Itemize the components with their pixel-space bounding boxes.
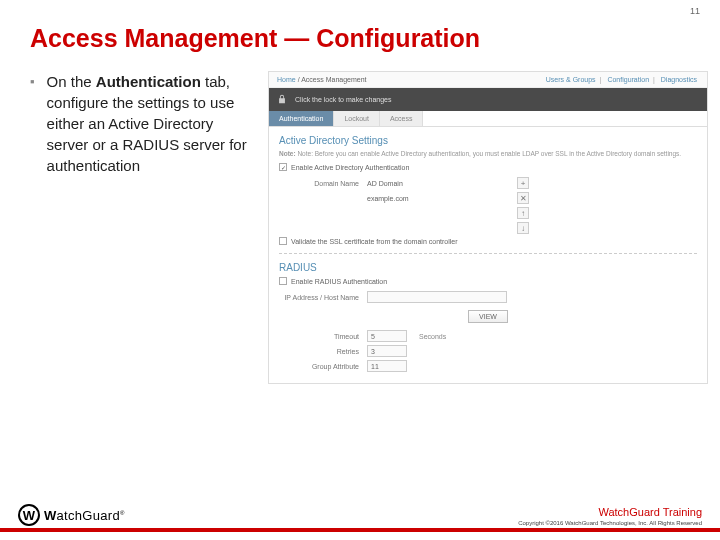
page-number: 11 — [690, 6, 700, 16]
view-row: VIEW — [279, 306, 697, 327]
bullet-text: On the Authentication tab, configure the… — [47, 71, 258, 176]
bullet-pre: On the — [47, 73, 96, 90]
bullet-mark: ▪ — [30, 71, 35, 176]
copyright: Copyright ©2016 WatchGuard Technologies,… — [518, 520, 702, 526]
link-sep: | — [600, 76, 602, 83]
logo-text: WatchGuard® — [44, 508, 125, 523]
view-button[interactable]: VIEW — [468, 310, 508, 323]
logo: W WatchGuard® — [18, 504, 125, 526]
timeout-input[interactable] — [367, 330, 407, 342]
tab-bar: Authentication Lockout Access — [269, 111, 707, 127]
divider — [279, 253, 697, 254]
validate-row[interactable]: Validate the SSL certificate from the do… — [279, 237, 697, 245]
radius-enable-label: Enable RADIUS Authentication — [291, 278, 387, 285]
checkbox-icon[interactable]: ✓ — [279, 163, 287, 171]
crumb-current: Access Management — [301, 76, 366, 83]
lock-bar[interactable]: Click the lock to make changes — [269, 88, 707, 111]
link-sep: | — [653, 76, 655, 83]
footer: W WatchGuard® WatchGuard Training Copyri… — [0, 504, 720, 532]
domain-empty2: ↓ — [279, 222, 697, 234]
link-users-groups[interactable]: Users & Groups — [546, 76, 596, 83]
checkbox-icon[interactable] — [279, 277, 287, 285]
radius-host-row: IP Address / Host Name — [279, 291, 697, 303]
ad-section-title: Active Directory Settings — [279, 135, 697, 146]
tab-access[interactable]: Access — [380, 111, 424, 126]
radius-section-title: RADIUS — [279, 262, 697, 273]
ad-domain-header: AD Domain — [367, 180, 507, 187]
group-row: Group Attribute — [279, 360, 697, 372]
timeout-label: Timeout — [279, 333, 359, 340]
domain-value: example.com — [367, 195, 507, 202]
slide-title: Access Management — Configuration — [0, 0, 720, 61]
screenshot-panel: Home / Access Management Users & Groups|… — [268, 71, 708, 384]
retries-label: Retries — [279, 348, 359, 355]
breadcrumb-bar: Home / Access Management Users & Groups|… — [269, 72, 707, 88]
add-icon[interactable]: + — [517, 177, 529, 189]
domain-empty1: ↑ — [279, 207, 697, 219]
link-configuration[interactable]: Configuration — [607, 76, 649, 83]
bullet-column: ▪ On the Authentication tab, configure t… — [30, 71, 258, 384]
down-icon[interactable]: ↓ — [517, 222, 529, 234]
ad-note: Note: Note: Before you can enable Active… — [279, 150, 697, 157]
training-label: WatchGuard Training — [518, 506, 702, 518]
timeout-row: Timeout Seconds — [279, 330, 697, 342]
bullet-item: ▪ On the Authentication tab, configure t… — [30, 71, 258, 176]
validate-label: Validate the SSL certificate from the do… — [291, 238, 458, 245]
tab-authentication[interactable]: Authentication — [269, 111, 334, 126]
retries-row: Retries — [279, 345, 697, 357]
top-links: Users & Groups| Configuration| Diagnosti… — [544, 76, 699, 83]
crumb-sep: / — [298, 76, 300, 83]
footer-right: WatchGuard Training Copyright ©2016 Watc… — [518, 506, 702, 526]
logo-mark: W — [18, 504, 40, 526]
remove-icon[interactable]: ✕ — [517, 192, 529, 204]
footer-accent — [0, 528, 720, 532]
group-label: Group Attribute — [279, 363, 359, 370]
domain-header-row: Domain Name AD Domain + — [279, 177, 697, 189]
ad-note-text: Note: Before you can enable Active Direc… — [297, 150, 681, 157]
lock-icon — [277, 94, 287, 105]
up-icon[interactable]: ↑ — [517, 207, 529, 219]
host-label: IP Address / Host Name — [279, 294, 359, 301]
link-diagnostics[interactable]: Diagnostics — [661, 76, 697, 83]
domain-value-row: example.com ✕ — [279, 192, 697, 204]
settings-panel: Active Directory Settings Note: Note: Be… — [269, 127, 707, 383]
crumb-home[interactable]: Home — [277, 76, 296, 83]
content-area: ▪ On the Authentication tab, configure t… — [0, 61, 720, 384]
ad-enable-row[interactable]: ✓ Enable Active Directory Authentication — [279, 163, 697, 171]
domain-name-label: Domain Name — [279, 180, 359, 187]
lock-text: Click the lock to make changes — [295, 96, 392, 103]
host-input[interactable] — [367, 291, 507, 303]
retries-input[interactable] — [367, 345, 407, 357]
ad-enable-label: Enable Active Directory Authentication — [291, 164, 409, 171]
checkbox-icon[interactable] — [279, 237, 287, 245]
group-input[interactable] — [367, 360, 407, 372]
bullet-bold: Authentication — [96, 73, 201, 90]
radius-enable-row[interactable]: Enable RADIUS Authentication — [279, 277, 697, 285]
timeout-unit: Seconds — [419, 333, 446, 340]
breadcrumb: Home / Access Management — [277, 76, 367, 83]
tab-lockout[interactable]: Lockout — [334, 111, 380, 126]
